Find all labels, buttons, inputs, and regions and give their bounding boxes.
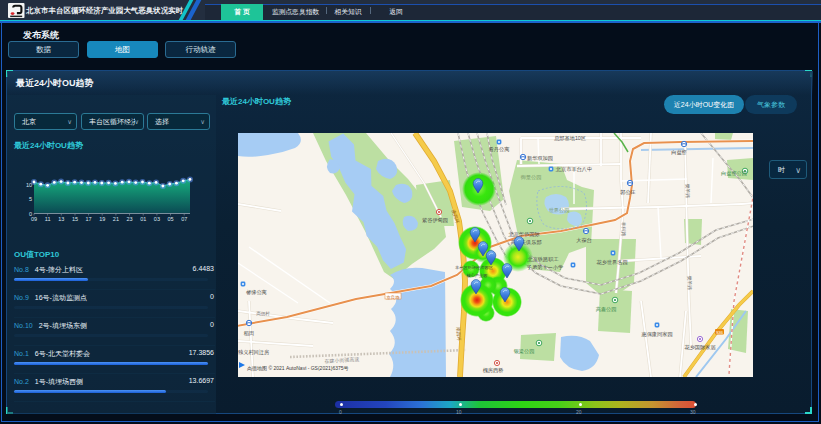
svg-text:花乡国际家居: 花乡国际家居 <box>684 344 716 351</box>
svg-text:京良路: 京良路 <box>386 295 400 300</box>
svg-text:总部基地10区: 总部基地10区 <box>553 135 586 142</box>
svg-text:05: 05 <box>167 216 173 222</box>
svg-text:新华双加园: 新华双加园 <box>527 155 553 161</box>
svg-text:世界公园: 世界公园 <box>549 207 570 213</box>
svg-text:11: 11 <box>45 216 51 222</box>
svg-text:北京华侨国际: 北京华侨国际 <box>507 231 539 238</box>
svg-text:21: 21 <box>113 216 119 222</box>
svg-text:大葆台: 大葆台 <box>576 237 592 244</box>
svg-text:09: 09 <box>31 216 37 222</box>
svg-text:S36: S36 <box>716 330 724 335</box>
svg-text:23: 23 <box>126 216 132 222</box>
svg-text:花乡世界名园: 花乡世界名园 <box>596 259 627 266</box>
svg-text:馨缘公寓: 馨缘公寓 <box>246 289 267 296</box>
svg-text:核心产业园: 核心产业园 <box>467 273 488 278</box>
svg-text:03: 03 <box>154 216 160 222</box>
svg-text:惠保康同家园: 惠保康同家园 <box>640 331 672 338</box>
svg-text:白盆窑公园: 白盆窑公园 <box>721 170 747 177</box>
svg-text:北京市丰台八中: 北京市丰台八中 <box>555 166 592 173</box>
svg-text:稻田: 稻田 <box>244 330 254 337</box>
svg-text:北京铁路职工: 北京铁路职工 <box>526 256 558 263</box>
svg-text:御景公园: 御景公园 <box>520 174 542 180</box>
svg-text:槐房西桥: 槐房西桥 <box>483 367 504 374</box>
svg-text:白盆窑: 白盆窑 <box>671 149 687 156</box>
svg-text:高德地图 © 2021 AutoNavi - GS(2021: 高德地图 © 2021 AutoNavi - GS(2021)6375号 <box>247 365 349 372</box>
svg-text:看丹公寓: 看丹公寓 <box>489 146 510 153</box>
svg-text:银梁公园: 银梁公园 <box>514 348 535 354</box>
svg-text:5: 5 <box>29 196 32 202</box>
svg-text:紫谷伊甸园: 紫谷伊甸园 <box>422 217 448 224</box>
svg-text:07: 07 <box>181 216 187 222</box>
svg-text:13: 13 <box>58 216 64 222</box>
svg-text:15: 15 <box>72 216 78 222</box>
svg-text:17: 17 <box>86 216 92 222</box>
svg-text:01: 01 <box>140 216 146 222</box>
svg-text:丰台区循环经济园区: 丰台区循环经济园区 <box>454 265 494 270</box>
svg-text:郭公庄: 郭公庄 <box>620 189 636 196</box>
svg-text:19: 19 <box>99 216 105 222</box>
svg-text:高鑫公园: 高鑫公园 <box>596 306 617 312</box>
svg-text:子弟第十一小学: 子弟第十一小学 <box>527 264 563 270</box>
svg-text:独义村回迁房: 独义村回迁房 <box>238 349 269 356</box>
